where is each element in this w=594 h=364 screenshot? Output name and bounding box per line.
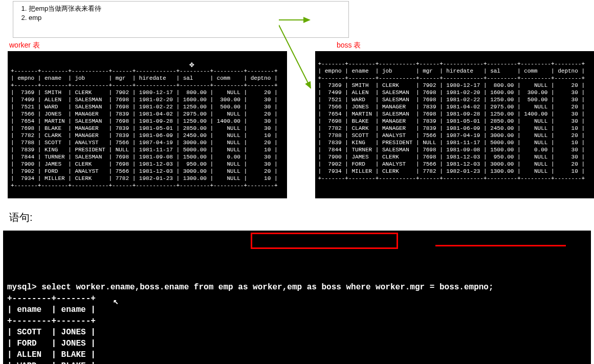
section-heading: 语句: <box>9 211 594 224</box>
boss-terminal: +-------+--------+-----------+------+---… <box>315 51 595 198</box>
sql-rows: | SCOTT | JONES | | FORD | JONES | | ALL… <box>7 327 587 364</box>
sql-header: | ename | ename | <box>7 305 96 314</box>
worker-terminal: ✥ +-------+--------+-----------+------+-… <box>8 51 287 198</box>
table-sep: +-------+--------+-----------+------+---… <box>11 82 278 88</box>
worker-rows: | 7369 | SMITH | CLERK | 7902 | 1980-12-… <box>11 89 284 182</box>
sql-prompt: mysql> select worker.ename,boss.ename fr… <box>7 283 494 292</box>
table-sep: +-------+--------+-----------+------+---… <box>11 183 278 189</box>
sql-sep: +--------+-------+ <box>7 294 96 303</box>
move-cursor-icon: ✥ <box>189 61 194 69</box>
note-item: emp <box>29 14 343 21</box>
table-header: | empno | ename | job | mgr | hiredate |… <box>11 75 278 81</box>
note-item: 把emp当做两张表来看待 <box>29 4 343 13</box>
notes-box: 把emp当做两张表来看待 emp <box>13 1 349 38</box>
table-sep: +-------+--------+-----------+------+---… <box>11 68 278 74</box>
tables-row: ✥ +-------+--------+-----------+------+-… <box>0 51 594 198</box>
boss-label: boss 表 <box>337 41 361 50</box>
table-sep: +-------+--------+-----------+------+---… <box>318 175 585 181</box>
table-header: | empno | ename | job | mgr | hiredate |… <box>318 68 585 74</box>
cursor-icon: ↖ <box>113 296 119 307</box>
boss-rows: | 7369 | SMITH | CLERK | 7902 | 1980-12-… <box>318 82 591 175</box>
table-sep: +-------+--------+-----------+------+---… <box>318 75 585 81</box>
worker-label: worker 表 <box>9 41 40 50</box>
underline <box>435 245 566 246</box>
table-sep: +-------+--------+-----------+------+---… <box>318 61 585 67</box>
table-labels: worker 表 boss 表 <box>0 41 594 50</box>
highlight-box <box>251 233 398 249</box>
sql-terminal: ↖ mysql> select worker.ename,boss.ename … <box>3 231 591 364</box>
sql-sep: +--------+-------+ <box>7 316 96 326</box>
